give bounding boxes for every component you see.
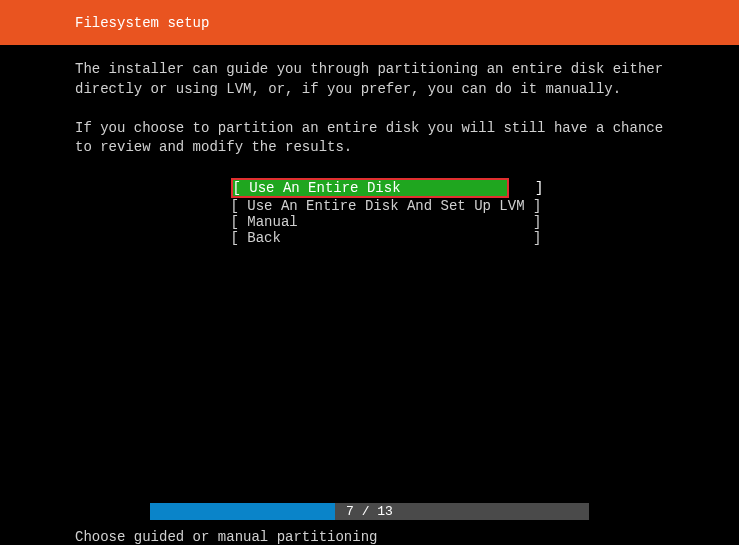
content-area: The installer can guide you through part… [0, 45, 739, 246]
header-bar: Filesystem setup [0, 0, 739, 45]
progress-text: 7 / 13 [0, 503, 739, 520]
menu-item-use-entire-disk-lvm[interactable]: [ Use An Entire Disk And Set Up LVM ] [231, 198, 509, 214]
description-para-1: The installer can guide you through part… [75, 60, 664, 99]
footer-hint: Choose guided or manual partitioning [75, 529, 377, 545]
page-title: Filesystem setup [75, 15, 209, 31]
menu-item-use-entire-disk[interactable]: [ Use An Entire Disk ] [231, 178, 509, 198]
description-text: The installer can guide you through part… [75, 60, 664, 158]
progress-bar: 7 / 13 [0, 503, 739, 521]
menu-item-back[interactable]: [ Back ] [231, 230, 509, 246]
menu-item-manual[interactable]: [ Manual ] [231, 214, 509, 230]
description-para-2: If you choose to partition an entire dis… [75, 119, 664, 158]
menu-list: [ Use An Entire Disk ] [ Use An Entire D… [75, 178, 664, 246]
